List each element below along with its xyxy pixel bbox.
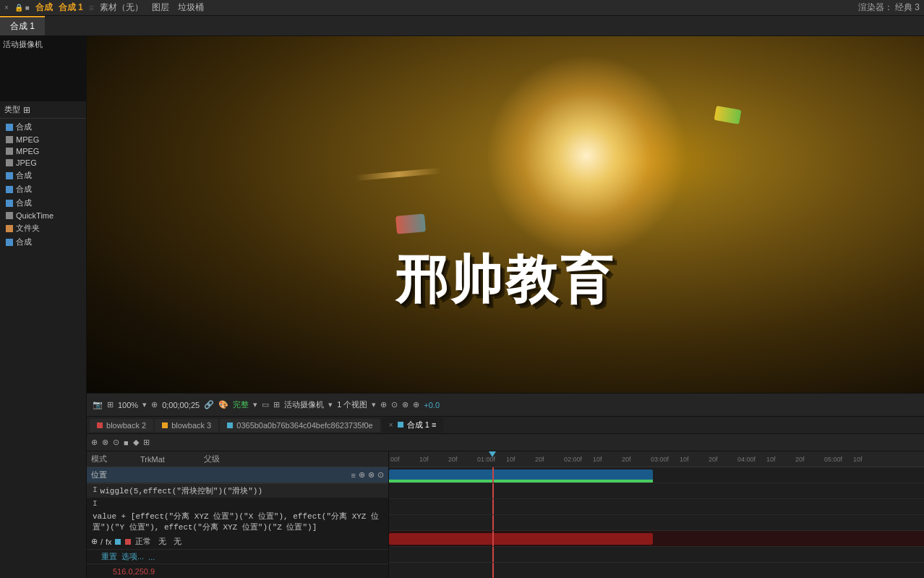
comp-label: 合成	[35, 1, 53, 14]
tab-blowback2[interactable]: blowback 2	[90, 419, 153, 432]
track-bar-expr2[interactable]	[389, 499, 924, 515]
list-item[interactable]: 合成	[0, 120, 86, 134]
lock-icon: 🔒 ■	[14, 4, 30, 12]
track-red-bar1	[389, 533, 653, 545]
playhead-line-2	[492, 483, 494, 498]
tool-2[interactable]: ⊗	[102, 438, 108, 447]
prop-row-value1: 516.0,250.9	[87, 564, 388, 578]
ruler-mark-13: 10f	[766, 456, 776, 463]
camera-dropdown[interactable]: ▾	[328, 400, 333, 409]
col-mode: 模式	[91, 454, 134, 464]
nav-items: 素材（无） 图层 垃圾桶	[100, 1, 204, 14]
playhead-line-3	[492, 499, 494, 514]
timeline-toolbar: ⊕ ⊗ ⊙ ■ ◆ ⊞	[87, 434, 924, 451]
slash-icon: /	[100, 537, 103, 546]
current-time[interactable]: 0;00;00;25	[162, 401, 200, 409]
zoom-value[interactable]: 100%	[118, 401, 138, 409]
more-button[interactable]: ...	[148, 553, 155, 561]
list-item[interactable]: JPEG	[0, 157, 86, 169]
mat-label2: 无	[174, 536, 181, 547]
layer-header: 模式 TrkMat 父级	[87, 451, 388, 467]
list-item[interactable]: MPEG	[0, 145, 86, 157]
link-button[interactable]: 🔗	[204, 400, 214, 409]
folder-icon	[6, 225, 13, 232]
tool-3[interactable]: ⊙	[113, 438, 119, 447]
expression-editor: I wiggle(5,effect("滑块控制")("滑块")) I value…	[87, 483, 388, 578]
tab-blowback3[interactable]: blowback 3	[155, 419, 218, 432]
tab-color-blowback2	[97, 422, 103, 428]
list-item[interactable]: 合成	[0, 182, 86, 196]
mode-value[interactable]: 正常	[135, 536, 151, 547]
position-label: 位置	[91, 469, 107, 480]
list-item[interactable]: 合成	[0, 235, 86, 249]
tool-4[interactable]: ■	[124, 438, 129, 447]
track-bar-1[interactable]	[389, 467, 924, 483]
center-area: 邢帅教育 📷 ⊞ 100% ▾ ⊕ 0;00;00;25 🔗 🎨 完整 ▾ ▭ …	[87, 36, 924, 578]
options-button[interactable]: 选项...	[121, 551, 144, 562]
comp-icon	[6, 200, 13, 207]
comp-icon	[6, 124, 13, 131]
region-button[interactable]: ▭	[262, 400, 269, 409]
left-preview: 活动摄像机	[0, 36, 86, 101]
complete-label: 完整	[233, 399, 249, 410]
layer-panel: 模式 TrkMat 父级 位置 ≡ ⊕ ⊗ ⊙	[87, 451, 389, 578]
playhead-line-6	[492, 547, 494, 562]
value-1: 516.0,250.9	[113, 567, 155, 576]
mask-button[interactable]: ⊞	[273, 400, 280, 409]
expr-row-1: I wiggle(5,effect("滑块控制")("滑块"))	[87, 484, 388, 498]
tab-hash[interactable]: 0365b0a0b76b364c04befc8623735f0e	[220, 419, 380, 432]
timeline-body: 模式 TrkMat 父级 位置 ≡ ⊕ ⊗ ⊙	[87, 451, 924, 578]
position-layer-row[interactable]: 位置 ≡ ⊕ ⊗ ⊙	[87, 467, 388, 483]
tabs-row: 合成 1	[0, 16, 924, 36]
menu-sep: ≡	[89, 3, 94, 13]
ruler-mark-0: 00f	[390, 456, 400, 463]
snapshot-button[interactable]: 📷	[93, 400, 103, 409]
time-options[interactable]: ⊗	[402, 400, 408, 409]
tab-close-icon[interactable]: ×	[389, 421, 393, 429]
preview-canvas: 邢帅教育	[87, 36, 924, 393]
track-bar-expr1[interactable]	[389, 483, 924, 499]
asset-list: 类型 ⊞ 合成 MPEG MPEG JPEG	[0, 101, 86, 578]
playback-controls[interactable]: ⊕	[151, 400, 158, 409]
ruler-mark-7: 10f	[593, 456, 602, 463]
renderer-label: 渲染器： 经典 3	[858, 1, 920, 14]
nav-layer[interactable]: 图层	[152, 1, 169, 14]
nav-render[interactable]: 垃圾桶	[178, 1, 204, 14]
icon-set1: ≡	[351, 471, 356, 480]
fast-preview[interactable]: ⊙	[391, 400, 398, 409]
tool-5[interactable]: ◆	[133, 438, 139, 447]
quicktime-icon	[6, 212, 13, 219]
icon-set2: ⊕	[359, 470, 365, 480]
track-bar-5[interactable]	[389, 547, 924, 563]
grid-button[interactable]: ⊞	[107, 400, 114, 409]
expr-text-2[interactable]: value + [effect("分离 XYZ 位置")("X 位置"), ef…	[93, 511, 382, 532]
color-button[interactable]: 🎨	[218, 400, 228, 409]
list-item[interactable]: 合成	[0, 169, 86, 182]
resolution-dropdown[interactable]: ▾	[253, 400, 257, 409]
playhead-line-7	[492, 563, 494, 578]
close-button[interactable]: ×	[4, 4, 9, 12]
active-tab[interactable]: 合成 1	[0, 16, 45, 35]
time-ruler: 00f 10f 20f 01:00f 10f 20f 02:00f 10f 20…	[389, 451, 924, 467]
list-item[interactable]: 合成	[0, 196, 86, 210]
list-item-quicktime[interactable]: QuickTime	[0, 210, 86, 221]
camera-view-label[interactable]: 活动摄像机	[284, 399, 324, 410]
tab-comp1[interactable]: × 合成 1 ≡	[382, 417, 444, 433]
reset-button[interactable]: 重置	[101, 551, 117, 562]
zoom-dropdown[interactable]: ▾	[142, 400, 147, 409]
3d-options[interactable]: ⊕	[380, 400, 387, 409]
icon-set3: ⊗	[368, 470, 375, 480]
track-bar-6[interactable]	[389, 563, 924, 578]
track-bar-red1[interactable]	[389, 531, 924, 547]
expr-text-1[interactable]: wiggle(5,effect("滑块控制")("滑块"))	[100, 485, 262, 496]
views-dropdown[interactable]: ▾	[372, 400, 376, 409]
lens-flare-color-left	[395, 213, 426, 234]
list-item[interactable]: MPEG	[0, 134, 86, 145]
nav-material[interactable]: 素材（无）	[100, 1, 143, 14]
tool-1[interactable]: ⊕	[91, 438, 98, 447]
views-label[interactable]: 1 个视图	[337, 399, 367, 410]
tool-6[interactable]: ⊞	[143, 438, 150, 447]
track-bar-mode[interactable]	[389, 515, 924, 531]
extra-button[interactable]: ⊕	[413, 400, 419, 409]
list-item-folder[interactable]: 文件夹	[0, 221, 86, 235]
